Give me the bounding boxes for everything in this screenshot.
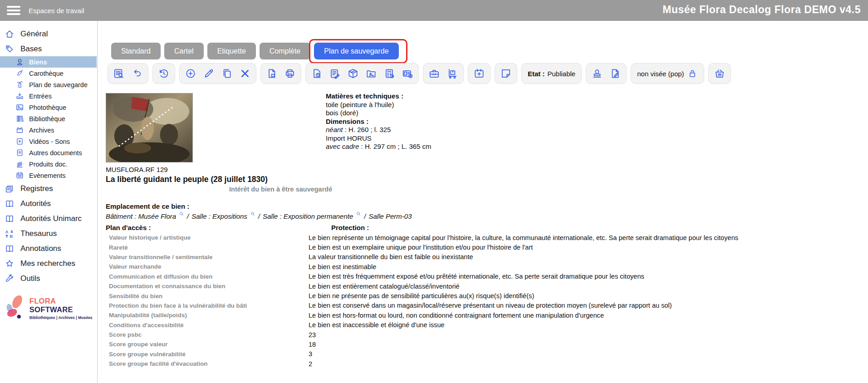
inbox-download-icon [15,92,24,100]
search-magnifier-button[interactable] [179,210,184,218]
logo-brand-secondary: SOFTWARE [29,305,73,314]
sidebar-item-autres-documents[interactable]: Autres documents [0,147,97,158]
document-attach-button[interactable] [311,68,323,79]
card-add-button[interactable] [402,68,413,79]
tab-standard[interactable]: Standard [111,43,161,59]
sidebar-item-carotheque[interactable]: Carothèque [0,68,97,79]
material-line: bois (doré) [326,109,432,118]
sidebar-item-plan-de-sauvegarde[interactable]: Plan de sauvegarde [0,79,97,90]
add-button[interactable] [185,68,196,79]
toolbar-group-edit [179,63,256,84]
header-bar: Espaces de travail Musée Flora Decalog F… [0,0,868,21]
sidebar-item-mes-recherches[interactable]: Mes recherches [0,256,97,271]
lock-button[interactable] [687,68,698,79]
tab-etiquette[interactable]: Etiquette [207,43,256,59]
results-list-icon [113,68,125,79]
delete-icon [239,68,251,79]
lock-icon [687,68,698,79]
sidebar-item-phototheque[interactable]: Photothèque [0,102,97,113]
trolley-button[interactable] [446,68,458,79]
form-edit-button[interactable] [329,68,341,79]
printer-button[interactable] [284,68,296,79]
package-button[interactable] [347,68,359,79]
document-attach-icon [311,68,323,79]
protection-label: Protection : [331,224,369,231]
logo-brand-primary: FLORA [29,297,56,305]
interest-heading: Intérêt du bien à être sauvegardé [229,186,332,193]
sidebar-item-archives[interactable]: Archives [0,124,97,136]
bust-icon [15,58,24,66]
delete-button[interactable] [239,68,251,79]
visa-pill: non visée (pop) [631,63,704,84]
table-row: Protection du bien face à la vulnérabili… [109,301,865,310]
copy-button[interactable] [221,68,233,79]
table-row: Valeur historique / artistiqueLe bien re… [109,233,865,242]
core-sample-icon [15,69,24,78]
calendar-add-button[interactable] [473,68,485,79]
toolbar-group-results [108,63,148,84]
sidebar-item-videos-sons[interactable]: Vidéos - Sons [0,136,97,147]
stamp-button[interactable] [591,68,603,79]
table-row: Valeur marchandeLe bien est inestimable [109,262,865,271]
sidebar-item-registres[interactable]: Registres [0,181,97,196]
stamp-icon [591,68,603,79]
history-icon [158,68,170,79]
table-row: Communication et diffusion du bienLe bie… [109,272,865,281]
sign-document-button[interactable] [609,68,621,79]
search-magnifier-button[interactable] [250,210,255,218]
sidebar-item-autorites-unimarc[interactable]: Autorités Unimarc [0,211,97,226]
table-row: Conditions d'accessibilitéLe bien est in… [109,320,865,330]
dimension-line: néant : H. 260 ; l. 325 [326,126,432,134]
dimensions-label: Dimensions : [326,118,432,126]
photo-icon [15,103,24,112]
magnifier-icon [356,211,361,216]
table-row: Valeur transitionnelle / sentimentaleLa … [109,252,865,262]
basket-icon [714,68,726,79]
toolbar-group-calendar [468,63,490,84]
edit-button[interactable] [203,68,215,79]
undo-button[interactable] [131,68,143,79]
material-line: toile (peinture à l'huile) [326,101,432,109]
sidebar-item-entrees[interactable]: Entrées [0,90,97,102]
toolbar-group-documents [305,63,419,84]
sidebar-item-produits-doc[interactable]: Produits doc. [0,158,97,170]
basket-button[interactable] [714,68,726,79]
calculator-button[interactable] [383,68,395,79]
sidebar-item-autorites[interactable]: Autorités [0,196,97,211]
tab-complete[interactable]: Complète [260,43,310,59]
app-window: Espaces de travail Musée Flora Decalog F… [0,0,868,383]
magnifier-icon [250,211,255,216]
folder-image-icon [365,68,377,79]
card-add-icon [402,68,413,79]
tab-plan-de-sauvegarde[interactable]: Plan de sauvegarde [314,43,398,59]
location-segment: Salle Perm-03 [368,212,412,220]
sidebar-item-thesaurus[interactable]: Thesaurus [0,226,97,241]
sidebar-item-bases[interactable]: Bases [0,41,97,56]
az-sort-icon [5,229,15,239]
tab-cartel[interactable]: Cartel [164,43,204,59]
sidebar-item-general[interactable]: Général [0,26,97,41]
results-list-button[interactable] [113,68,125,79]
archive-box-icon [15,126,24,134]
sidebar-item-outils[interactable]: Outils [0,271,97,286]
sidebar-item-annotations[interactable]: Annotations [0,241,97,256]
note-button[interactable] [500,68,512,79]
document-print-button[interactable] [266,68,278,79]
printer-icon [284,68,296,79]
toolbar-group-note [495,63,517,84]
folder-image-button[interactable] [365,68,377,79]
location-segment: Salle : Exposition permanente [263,212,353,220]
sidebar-item-bibliotheque[interactable]: Bibliothèque [0,113,97,124]
document-icon [15,148,24,157]
toolbar: Etat : Publiable non visée (pop) [108,63,731,84]
hamburger-menu-icon[interactable] [7,6,20,15]
package-icon [347,68,359,79]
visa-value: non visée (pop) [637,70,684,78]
sidebar-item-evenements[interactable]: Evènements [0,170,97,181]
artwork-thumbnail[interactable] [106,93,193,162]
search-magnifier-button[interactable] [356,210,361,218]
sidebar-item-biens[interactable]: Biens [0,56,97,68]
history-button[interactable] [158,68,170,79]
table-row: Score groupe facilité d'évacuation2 [109,359,865,368]
toolbox-button[interactable] [428,68,440,79]
